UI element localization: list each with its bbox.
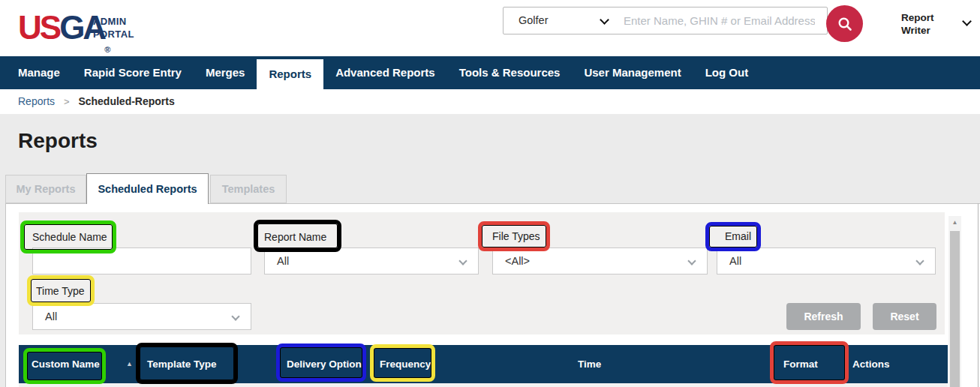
tab-templates[interactable]: Templates	[210, 175, 287, 203]
search-category-select[interactable]: Golfer	[519, 8, 549, 34]
sort-ascending-icon[interactable]: ▲	[126, 345, 133, 383]
file-types-select[interactable]: <All>	[492, 248, 708, 274]
nav-item-reports[interactable]: Reports	[257, 59, 323, 89]
breadcrumb-reports-link[interactable]: Reports	[18, 95, 55, 107]
scrollbar-up-arrow[interactable]: ▲	[948, 218, 961, 228]
column-header-template-type[interactable]: Template Type	[147, 345, 217, 383]
time-type-label: Time Type	[36, 285, 85, 297]
logo-us-text: US	[18, 9, 59, 46]
report-name-label: Report Name	[264, 231, 326, 243]
refresh-button[interactable]: Refresh	[786, 303, 861, 330]
nav-item-tools-resources[interactable]: Tools & Resources	[447, 56, 573, 89]
nav-item-rapid-score-entry[interactable]: Rapid Score Entry	[72, 56, 194, 89]
chevron-down-icon	[687, 256, 696, 265]
schedule-name-label: Schedule Name	[32, 231, 107, 243]
column-header-format[interactable]: Format	[783, 345, 818, 383]
table-header-row: Custom Name ▲ Template Type Delivery Opt…	[19, 345, 948, 383]
search-input[interactable]	[624, 8, 815, 33]
chevron-down-icon[interactable]	[600, 15, 609, 25]
breadcrumb: Reports > Scheduled-Reports	[0, 89, 980, 114]
breadcrumb-current: Scheduled-Reports	[78, 95, 174, 107]
nav-item-log-out[interactable]: Log Out	[693, 56, 760, 89]
table-row	[19, 383, 948, 387]
user-role-menu[interactable]: Report Writer	[901, 11, 934, 37]
column-header-delivery-option[interactable]: Delivery Option	[287, 345, 362, 383]
main-nav: Manage Rapid Score Entry Merges Reports …	[0, 56, 980, 89]
top-header: USGA® ADMIN PORTAL Golfer Report Writer	[0, 0, 980, 56]
email-label: Email	[725, 230, 751, 242]
tab-scheduled-reports[interactable]: Scheduled Reports	[86, 173, 209, 204]
email-select[interactable]: All	[717, 248, 936, 274]
nav-item-advanced-reports[interactable]: Advanced Reports	[323, 56, 447, 89]
time-type-select[interactable]: All	[32, 303, 251, 330]
column-header-frequency[interactable]: Frequency	[380, 345, 431, 383]
report-name-select[interactable]: All	[264, 248, 479, 274]
column-header-custom-name[interactable]: Custom Name	[32, 345, 100, 383]
chevron-down-icon	[458, 256, 467, 265]
schedule-name-input[interactable]	[32, 248, 251, 274]
nav-item-manage[interactable]: Manage	[6, 56, 72, 89]
nav-item-merges[interactable]: Merges	[194, 56, 257, 89]
scrollbar-thumb[interactable]	[950, 231, 960, 387]
search-icon	[837, 16, 853, 32]
logo-registered-mark: ®	[104, 45, 110, 54]
search-button[interactable]	[826, 5, 863, 42]
tab-my-reports[interactable]: My Reports	[5, 175, 86, 203]
column-header-time[interactable]: Time	[578, 345, 601, 383]
chevron-down-icon	[231, 312, 239, 320]
nav-item-user-management[interactable]: User Management	[572, 56, 693, 89]
admin-portal-label: ADMIN PORTAL	[93, 15, 134, 40]
column-header-actions: Actions	[852, 345, 890, 383]
panel-scrollbar[interactable]: ▲	[948, 216, 961, 387]
reset-button[interactable]: Reset	[873, 303, 936, 330]
global-search-bar: Golfer	[503, 7, 828, 34]
breadcrumb-separator: >	[64, 96, 70, 107]
app-window: USGA® ADMIN PORTAL Golfer Report Writer …	[0, 0, 980, 387]
chevron-down-icon[interactable]	[962, 16, 972, 26]
page-title: Reports	[18, 129, 98, 153]
chevron-down-icon	[915, 256, 924, 265]
panel-right-border	[978, 203, 978, 387]
file-types-label: File Types	[492, 230, 540, 242]
